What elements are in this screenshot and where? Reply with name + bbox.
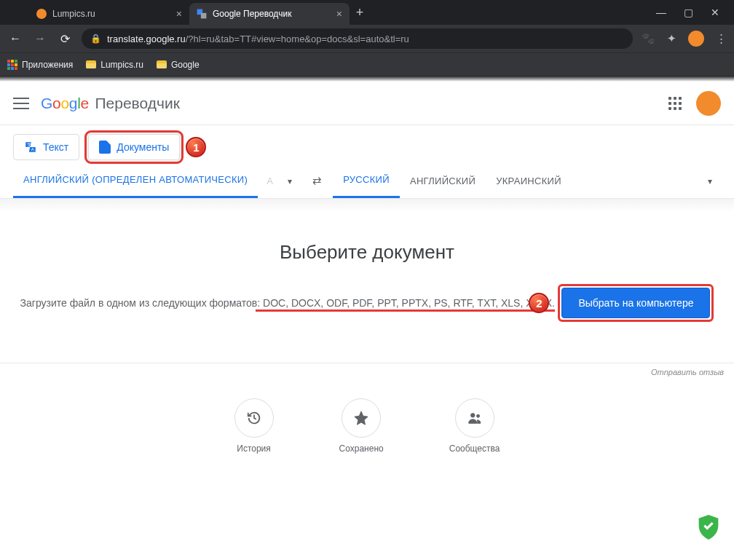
- swap-languages-button[interactable]: ⇄: [304, 174, 330, 187]
- target-lang-selected[interactable]: РУССКИЙ: [333, 163, 400, 198]
- star-icon: [342, 398, 381, 438]
- mode-row: 文A Текст Документы 1: [0, 125, 734, 163]
- svg-rect-1: [201, 13, 207, 19]
- target-lang-option-en[interactable]: АНГЛИЙСКИЙ: [400, 163, 486, 198]
- close-icon[interactable]: ×: [336, 8, 342, 20]
- history-icon: [234, 398, 274, 438]
- close-icon[interactable]: ×: [176, 8, 182, 20]
- chrome-shadow: [0, 76, 734, 82]
- tab-google-translate[interactable]: Google Переводчик ×: [189, 3, 350, 25]
- mode-tab-text[interactable]: 文A Текст: [13, 134, 79, 160]
- logo-suffix: Переводчик: [95, 95, 179, 111]
- tab-title: Google Переводчик: [213, 9, 331, 19]
- bookmark-label: Lumpics.ru: [100, 60, 143, 70]
- address-bar[interactable]: 🔒 translate.google.ru/?hl=ru&tab=TT#view…: [82, 28, 633, 49]
- apps-shortcut[interactable]: Приложения: [7, 60, 73, 70]
- extension-icon[interactable]: 🐾: [642, 32, 655, 45]
- tab-lumpics[interactable]: Lumpics.ru ×: [29, 3, 189, 25]
- annotation-step-2: 2: [529, 293, 549, 313]
- favicon-orange-disc-icon: [36, 9, 47, 19]
- people-icon: [455, 398, 494, 438]
- language-bar-wrap: АНГЛИЙСКИЙ (ОПРЕДЕЛЕН АВТОМАТИЧЕСКИ) А ⇄…: [0, 163, 734, 199]
- apps-label: Приложения: [22, 60, 73, 70]
- gradient-fade: [0, 199, 734, 212]
- reload-button[interactable]: ⟳: [57, 32, 73, 46]
- browse-computer-button[interactable]: Выбрать на компьютере: [561, 288, 710, 318]
- url-text: translate.google.ru/?hl=ru&tab=TT#view=h…: [107, 33, 409, 44]
- header-right: [668, 91, 721, 116]
- bookmark-folder-google[interactable]: Google: [157, 60, 200, 70]
- mode-tab-label: Документы: [117, 141, 169, 153]
- footer-history[interactable]: История: [234, 398, 274, 454]
- source-lang-detected[interactable]: АНГЛИЙСКИЙ (ОПРЕДЕЛЕН АВТОМАТИЧЕСКИ): [13, 163, 258, 198]
- footer-label: Сообщества: [449, 443, 500, 454]
- target-lang-more[interactable]: [699, 176, 721, 186]
- annotation-outline: Выбрать на компьютере: [558, 284, 714, 322]
- document-icon: [99, 141, 111, 154]
- toolbar-right: 🐾 ✦ ⋮: [642, 31, 727, 47]
- annotation-underline: [256, 309, 555, 312]
- source-lang-more[interactable]: [279, 176, 301, 186]
- new-tab-button[interactable]: +: [350, 5, 370, 20]
- footer: История Сохранено Сообщества: [0, 376, 734, 468]
- footer-saved[interactable]: Сохранено: [339, 398, 384, 454]
- source-lang-faded[interactable]: А: [261, 163, 276, 198]
- footer-community[interactable]: Сообщества: [449, 398, 500, 454]
- mode-tab-label: Текст: [43, 141, 68, 153]
- doc-subtitle: Загрузите файл в одном из следующих форм…: [20, 297, 555, 309]
- target-lang-option-uk[interactable]: УКРАИНСКИЙ: [486, 163, 572, 198]
- mode-tab-documents[interactable]: Документы: [88, 134, 180, 160]
- google-apps-icon[interactable]: [668, 97, 682, 110]
- bookmarks-bar: Приложения Lumpics.ru Google: [0, 52, 734, 76]
- menu-button[interactable]: [13, 98, 29, 109]
- close-icon[interactable]: ✕: [711, 7, 719, 18]
- annotation-step-1: 1: [186, 137, 206, 157]
- profile-avatar-icon[interactable]: [688, 31, 704, 47]
- google-translate-logo[interactable]: Google Переводчик: [41, 95, 180, 112]
- app-header: Google Переводчик: [0, 82, 734, 125]
- toolbar: ← → ⟳ 🔒 translate.google.ru/?hl=ru&tab=T…: [0, 25, 734, 52]
- account-avatar-icon[interactable]: [696, 91, 721, 116]
- maximize-icon[interactable]: ▢: [684, 7, 693, 18]
- apps-grid-icon: [7, 60, 17, 70]
- svg-point-4: [470, 414, 475, 418]
- separator: Отправить отзыв: [0, 363, 734, 376]
- google-logo-icon: Google: [41, 95, 89, 111]
- doc-title: Выберите документ: [15, 241, 719, 264]
- browser-chrome: Lumpics.ru × Google Переводчик × + — ▢ ✕…: [0, 0, 734, 76]
- extensions-puzzle-icon[interactable]: ✦: [667, 32, 676, 45]
- security-shield-icon[interactable]: [698, 515, 719, 540]
- footer-label: История: [234, 443, 274, 454]
- doc-formats: DOC, DOCX, ODF, PDF, PPT, PPTX, PS, RTF,…: [263, 297, 555, 309]
- window-controls: — ▢ ✕: [656, 7, 730, 18]
- back-button[interactable]: ←: [7, 32, 23, 45]
- language-bar: АНГЛИЙСКИЙ (ОПРЕДЕЛЕН АВТОМАТИЧЕСКИ) А ⇄…: [0, 163, 734, 198]
- send-feedback-link[interactable]: Отправить отзыв: [0, 363, 734, 376]
- upload-wrap: 2 Выбрать на компьютере: [558, 284, 714, 322]
- tab-strip: Lumpics.ru × Google Переводчик × + — ▢ ✕: [0, 0, 734, 25]
- translate-icon: 文A: [24, 141, 37, 154]
- bookmark-folder-lumpics[interactable]: Lumpics.ru: [86, 60, 143, 70]
- svg-point-5: [476, 414, 479, 417]
- lock-icon: 🔒: [90, 33, 101, 44]
- doc-subtitle-prefix: Загрузите файл в одном из следующих форм…: [20, 297, 263, 309]
- minimize-icon[interactable]: —: [656, 7, 666, 18]
- forward-button[interactable]: →: [32, 32, 48, 45]
- favicon-translate-icon: [197, 9, 207, 19]
- svg-text:文: 文: [27, 142, 31, 147]
- tab-title: Lumpics.ru: [52, 9, 170, 19]
- svg-text:A: A: [31, 147, 34, 151]
- footer-label: Сохранено: [339, 443, 384, 454]
- kebab-menu-icon[interactable]: ⋮: [716, 32, 727, 45]
- bookmark-label: Google: [171, 60, 200, 70]
- document-area: Выберите документ Загрузите файл в одном…: [0, 212, 734, 329]
